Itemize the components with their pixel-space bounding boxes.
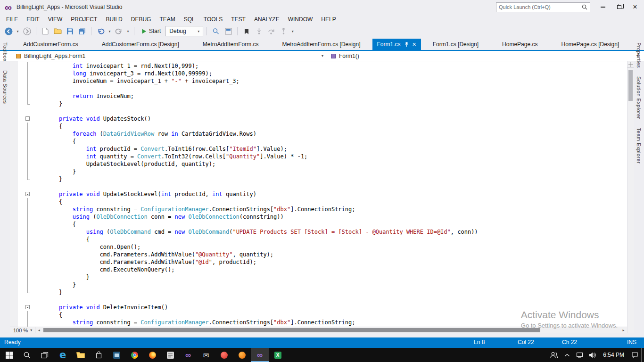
close-icon[interactable]: × (413, 41, 416, 48)
code-line[interactable]: } (18, 288, 627, 296)
code-line[interactable]: int invoicepart_1 = rnd.Next(10,999); (18, 62, 627, 70)
menu-item-window[interactable]: WINDOW (284, 14, 317, 25)
pinned-app-icon-3[interactable] (215, 348, 233, 362)
menu-item-view[interactable]: VIEW (44, 14, 67, 25)
visual-studio-icon[interactable]: ∞ (179, 348, 197, 362)
code-line[interactable]: } (18, 175, 627, 183)
hidden-icons-chevron[interactable] (561, 348, 573, 362)
search-button[interactable] (18, 348, 36, 362)
code-line[interactable]: - private void UpdateStockLevel(int prod… (18, 190, 627, 198)
fold-collapse-icon[interactable]: - (25, 304, 32, 311)
find-in-files-button[interactable] (210, 25, 222, 37)
code-line[interactable]: cmd.Parameters.AddWithValue("@Quantity",… (18, 251, 627, 258)
edge-icon[interactable]: e (54, 348, 72, 362)
code-line[interactable]: } (18, 100, 627, 107)
vertical-scrollbar[interactable] (627, 61, 634, 333)
code-line[interactable]: { (18, 221, 627, 228)
redo-button[interactable] (113, 25, 124, 37)
menu-item-debug[interactable]: DEBUG (127, 14, 156, 25)
start-debugging-button[interactable]: Start (138, 25, 165, 37)
menu-item-build[interactable]: BUILD (101, 14, 126, 25)
code-line[interactable]: { (18, 138, 627, 145)
minimize-button[interactable] (595, 1, 611, 13)
menu-item-file[interactable]: FILE (2, 14, 22, 25)
solution-explorer-button[interactable] (223, 25, 234, 37)
volume-icon[interactable] (586, 348, 599, 362)
fold-collapse-icon[interactable]: - (25, 115, 32, 123)
show-desktop-button[interactable] (641, 348, 644, 362)
panel-tab-data-sources[interactable]: Data Sources (2, 70, 8, 104)
code-line[interactable]: conn.Open(); (18, 243, 627, 251)
solution-configurations-dropdown[interactable]: Debug ▾ (165, 26, 203, 36)
save-all-button[interactable] (76, 25, 88, 37)
action-center-icon[interactable] (628, 348, 641, 362)
vertical-scroll-thumb[interactable] (628, 70, 633, 101)
code-line[interactable] (18, 107, 627, 115)
toolbar-overflow-button[interactable]: ▾ (290, 29, 295, 33)
menu-item-team[interactable]: TEAM (155, 14, 179, 25)
navigate-backward-dropdown[interactable]: ▾ (15, 29, 20, 33)
code-line[interactable]: } (18, 281, 627, 288)
code-line[interactable]: string connstring = ConfigurationManager… (18, 206, 627, 213)
task-view-button[interactable] (36, 348, 54, 362)
panel-tab-solution-explorer[interactable]: Solution Explorer (636, 76, 642, 119)
tab-homepage-cs-design[interactable]: HomePage.cs [Design] (549, 39, 631, 50)
navigate-forward-button[interactable] (21, 25, 33, 37)
code-line[interactable]: } (18, 168, 627, 175)
tab-metroadditemform-cs[interactable]: MetroAddItemForm.cs (191, 39, 271, 50)
code-line[interactable]: cmd.ExecuteNonQuery(); (18, 266, 627, 273)
pinned-app-icon-1[interactable] (107, 348, 125, 362)
menu-item-sql[interactable]: SQL (180, 14, 199, 25)
mail-icon[interactable]: ✉ (197, 348, 215, 362)
scroll-right-button[interactable]: ▸ (620, 327, 627, 333)
menu-item-test[interactable]: TEST (227, 14, 250, 25)
maximize-button[interactable] (611, 1, 627, 13)
code-line[interactable]: int quantity = Convert.ToInt32(row.Cells… (18, 153, 627, 160)
pinned-app-icon-5[interactable]: X (269, 348, 287, 362)
undo-dropdown[interactable]: ▾ (107, 29, 112, 33)
redo-dropdown[interactable]: ▾ (125, 29, 131, 33)
tab-form1-cs-design[interactable]: Form1.cs [Design] (421, 39, 490, 50)
menu-item-analyze[interactable]: ANALYZE (250, 14, 284, 25)
panel-tab-team-explorer[interactable]: Team Explorer (636, 128, 642, 164)
tab-form1-cs[interactable]: Form1.cs× (372, 39, 421, 50)
start-button[interactable] (0, 348, 18, 362)
pinned-app-icon-4[interactable] (233, 348, 251, 362)
code-line[interactable]: using (OleDbCommand cmd = new OleDbComma… (18, 228, 627, 236)
indicator-margin[interactable] (10, 61, 18, 327)
undo-button[interactable] (95, 25, 106, 37)
menu-item-help[interactable]: HELP (317, 14, 340, 25)
pin-icon[interactable] (405, 42, 409, 47)
code-line[interactable] (18, 296, 627, 304)
close-button[interactable]: × (627, 1, 643, 13)
code-lines[interactable]: int invoicepart_1 = rnd.Next(10,999); lo… (18, 61, 627, 327)
code-line[interactable]: foreach (DataGridViewRow row in Cartdata… (18, 130, 627, 138)
open-file-button[interactable] (52, 25, 63, 37)
code-line[interactable]: } (18, 273, 627, 281)
quick-launch-box[interactable] (496, 2, 590, 12)
types-dropdown[interactable]: BillingLight_Apps.Form1 ▾ (12, 51, 327, 61)
zoom-control[interactable]: 100 % ▾ (10, 327, 35, 333)
code-line[interactable]: { (18, 236, 627, 243)
scroll-left-button[interactable]: ◂ (35, 327, 42, 333)
step-out-button[interactable] (278, 25, 289, 37)
code-line[interactable] (18, 183, 627, 190)
code-line[interactable]: { (18, 198, 627, 206)
members-dropdown[interactable]: Form1() ▾ (327, 51, 642, 61)
step-over-button[interactable] (265, 25, 277, 37)
bookmark-button[interactable] (241, 25, 252, 37)
tab-addcustomerform-cs-design[interactable]: AddCustomerForm.cs [Design] (90, 39, 191, 50)
code-line[interactable]: cmd.Parameters.AddWithValue("@Id", produ… (18, 258, 627, 266)
save-button[interactable] (64, 25, 75, 37)
new-file-button[interactable] (40, 25, 51, 37)
code-line[interactable] (18, 85, 627, 92)
panel-tab-properties[interactable]: Properties (636, 42, 642, 68)
tab-metroadditemform-cs-design[interactable]: MetroAddItemForm.cs [Design] (270, 39, 372, 50)
code-line[interactable]: UpdateStockLevel(productId, quantity); (18, 160, 627, 168)
code-line[interactable]: return InvoiceNum; (18, 92, 627, 100)
fold-collapse-icon[interactable]: - (25, 190, 32, 198)
firefox-icon[interactable] (143, 348, 161, 362)
quick-launch-input[interactable] (499, 4, 582, 10)
people-icon[interactable] (548, 348, 561, 362)
tab-addcustomerform-cs[interactable]: AddCustomerForm.cs (11, 39, 90, 50)
